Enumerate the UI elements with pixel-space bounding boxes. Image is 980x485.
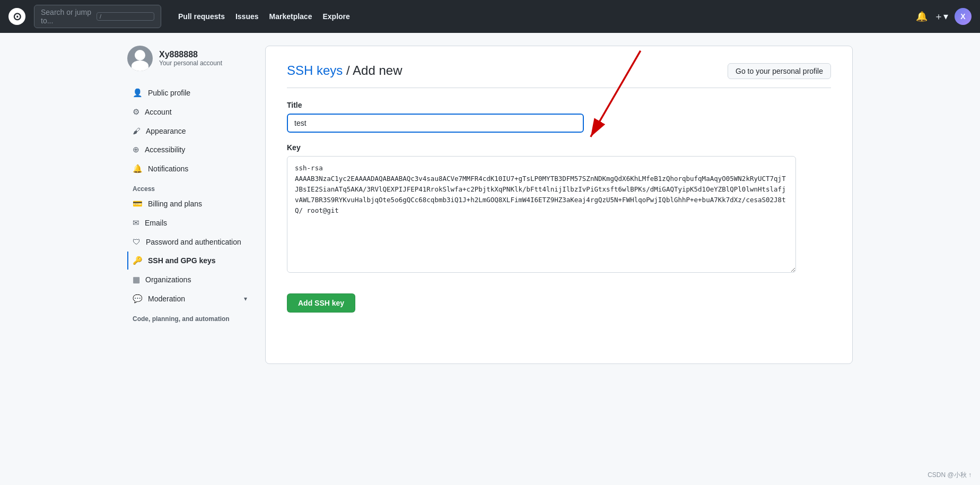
main-layout: Xy888888 Your personal account 👤 Public … (119, 33, 861, 377)
code-section-label: Code, planning, and automation (127, 309, 252, 325)
sidebar-profile: Xy888888 Your personal account (127, 46, 252, 80)
key-form-group: Key ssh-rsa AAAAB3NzaC1yc2EAAAADAQABAABA… (287, 143, 831, 274)
breadcrumb-separator: / Add new (346, 63, 402, 77)
person-icon: 👤 (133, 88, 143, 98)
ssh-keys-breadcrumb-link[interactable]: SSH keys (287, 63, 343, 77)
search-placeholder: Search or jump to... (41, 8, 92, 25)
github-logo-icon[interactable]: ⊙ (8, 8, 25, 25)
creditcard-icon: 💳 (133, 199, 143, 209)
sidebar-item-label: Emails (145, 219, 167, 227)
sidebar-item-label: Billing and plans (148, 200, 202, 208)
sidebar-item-account[interactable]: ⚙ Account (127, 103, 252, 121)
main-content: SSH keys / Add new Go to your personal p… (265, 46, 853, 364)
user-avatar-menu[interactable]: X (955, 8, 972, 25)
key-label: Key (287, 143, 831, 152)
accessibility-icon: ⊕ (133, 145, 139, 154)
title-form-group: Title (287, 101, 831, 133)
sidebar-item-label: Account (145, 108, 172, 116)
pull-requests-link[interactable]: Pull requests (174, 9, 229, 24)
bell-icon[interactable]: 🔔 (916, 11, 928, 22)
gear-icon: ⚙ (133, 107, 139, 117)
access-section-label: Access (127, 179, 252, 195)
key-textarea-wrapper: ssh-rsa AAAAB3NzaC1yc2EAAAADAQABAABAQc3v… (287, 156, 796, 274)
sidebar-username: Xy888888 (159, 50, 222, 59)
add-ssh-key-button[interactable]: Add SSH key (287, 293, 355, 313)
sidebar-item-label: Public profile (148, 89, 190, 97)
sidebar-item-billing[interactable]: 💳 Billing and plans (127, 195, 252, 213)
go-to-profile-button[interactable]: Go to your personal profile (728, 63, 831, 79)
sidebar-item-public-profile[interactable]: 👤 Public profile (127, 84, 252, 102)
sidebar-item-accessibility[interactable]: ⊕ Accessibility (127, 141, 252, 159)
sidebar-nav-access: 💳 Billing and plans ✉ Emails 🛡 Password … (127, 195, 252, 308)
sidebar-subtitle: Your personal account (159, 59, 222, 67)
sidebar: Xy888888 Your personal account 👤 Public … (127, 46, 265, 364)
sidebar-item-notifications[interactable]: 🔔 Notifications (127, 160, 252, 178)
sidebar-avatar (127, 46, 153, 71)
issues-link[interactable]: Issues (231, 9, 263, 24)
title-label: Title (287, 101, 831, 109)
title-input[interactable] (287, 114, 584, 133)
sidebar-nav-main: 👤 Public profile ⚙ Account 🖌 Appearance … (127, 84, 252, 178)
sidebar-item-emails[interactable]: ✉ Emails (127, 214, 252, 232)
chevron-down-icon: ▾ (244, 295, 247, 302)
sidebar-item-label: SSH and GPG keys (148, 256, 216, 265)
sidebar-item-label: Appearance (146, 127, 186, 135)
shield-icon: 🛡 (133, 237, 141, 246)
topnav-links: Pull requests Issues Marketplace Explore (174, 9, 354, 24)
key-icon: 🔑 (133, 256, 143, 265)
page-header-row: SSH keys / Add new Go to your personal p… (287, 63, 831, 88)
key-textarea[interactable]: ssh-rsa AAAAB3NzaC1yc2EAAAADAQABAABAQc3v… (287, 156, 796, 273)
org-grid-icon: ▦ (133, 275, 140, 284)
sidebar-item-appearance[interactable]: 🖌 Appearance (127, 122, 252, 140)
sidebar-item-label: Accessibility (145, 145, 185, 154)
paintbrush-icon: 🖌 (133, 126, 141, 135)
sidebar-item-moderation[interactable]: 💬 Moderation ▾ (127, 290, 252, 308)
topnav-right: 🔔 ＋▾ X (916, 8, 972, 25)
sidebar-item-label: Moderation (148, 295, 185, 303)
plus-new-icon[interactable]: ＋▾ (934, 10, 948, 23)
sidebar-item-password[interactable]: 🛡 Password and authentication (127, 233, 252, 250)
page-title: SSH keys / Add new (287, 63, 402, 78)
bell-nav-icon: 🔔 (133, 164, 143, 174)
sidebar-item-label: Password and authentication (146, 238, 241, 246)
sidebar-item-organizations[interactable]: ▦ Organizations (127, 271, 252, 289)
marketplace-link[interactable]: Marketplace (265, 9, 317, 24)
sidebar-item-ssh-gpg[interactable]: 🔑 SSH and GPG keys (127, 252, 252, 270)
search-box[interactable]: Search or jump to... / (34, 5, 161, 28)
slash-key-badge: / (97, 12, 154, 21)
sidebar-item-label: Organizations (145, 275, 191, 284)
moderation-icon: 💬 (133, 294, 143, 304)
sidebar-item-label: Notifications (148, 164, 188, 173)
envelope-icon: ✉ (133, 218, 139, 228)
explore-link[interactable]: Explore (318, 9, 354, 24)
topnav: ⊙ Search or jump to... / Pull requests I… (0, 0, 980, 33)
